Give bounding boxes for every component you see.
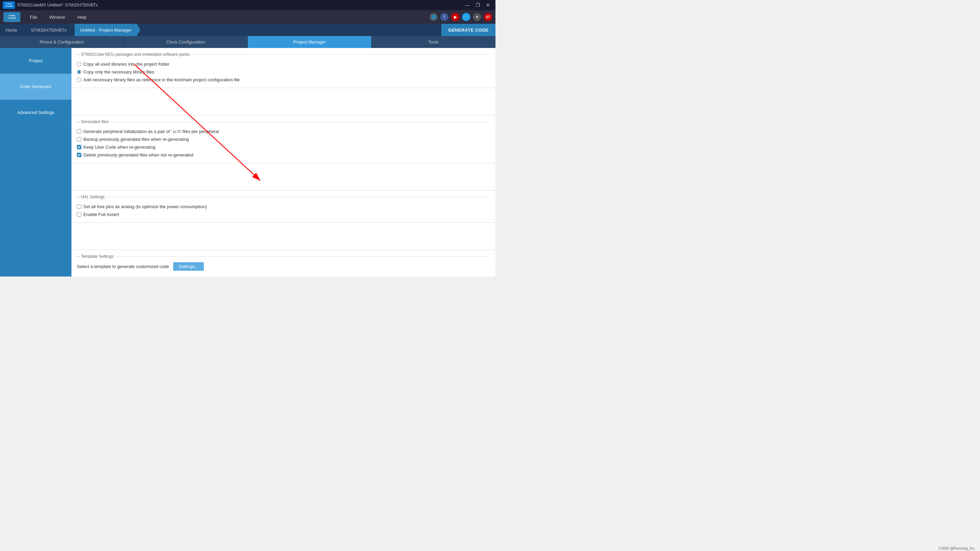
hal-option-0[interactable]: Set all free pins as analog (to optimize…	[77, 204, 490, 209]
sidebar: Project Code Generator Advanced Settings	[0, 48, 72, 276]
template-label: Select a template to generate customized…	[77, 264, 169, 269]
sidebar-item-advanced-settings[interactable]: Advanced Settings	[0, 100, 72, 125]
gen-checkbox-0[interactable]	[77, 129, 81, 134]
titlebar: STM32CubeMX STM32CubeMX Untitled*: STM32…	[0, 0, 495, 10]
titlebar-left: STM32CubeMX STM32CubeMX Untitled*: STM32…	[3, 2, 98, 9]
tab-project-manager[interactable]: Project Manager	[248, 36, 372, 48]
gen-checkbox-3[interactable]	[77, 153, 81, 157]
stm32-logo-menu: STM32CubeMX	[3, 12, 21, 22]
breadcrumb-items: Home STM32H750VBTx Untitled - Project Ma…	[0, 24, 137, 36]
generated-checkbox-group: Generate peripheral initialization as a …	[77, 127, 490, 159]
network-icon[interactable]: ✦	[473, 13, 481, 21]
spacer-1	[72, 88, 495, 115]
settings-button[interactable]: Settings...	[173, 262, 204, 271]
generate-code-button[interactable]: GENERATE CODE	[441, 24, 495, 36]
facebook-icon[interactable]: f	[440, 13, 449, 21]
mcu-radio-1[interactable]	[77, 70, 81, 74]
tab-tools[interactable]: Tools	[372, 36, 495, 48]
gen-option-3[interactable]: Delete previously generated files when n…	[77, 152, 490, 157]
gen-option-1[interactable]: Backup previously generated files when r…	[77, 137, 490, 142]
sidebar-item-project[interactable]: Project	[0, 48, 72, 74]
spacer-2	[72, 163, 495, 191]
generated-section-title: Generated files	[77, 119, 490, 124]
gen-option-0[interactable]: Generate peripheral initialization as a …	[77, 129, 490, 134]
tab-pinout[interactable]: Pinout & Configuration	[0, 36, 124, 48]
menubar-left: STM32CubeMX File Window Help	[3, 12, 89, 22]
generated-files-section: Generated files Generate peripheral init…	[72, 115, 495, 163]
breadcrumb-home[interactable]: Home	[0, 24, 23, 36]
menubar: STM32CubeMX File Window Help 🌐 f ▶ 🐦 ✦ S…	[0, 10, 495, 24]
mcu-radio-group: Copy all used libraries into the project…	[77, 60, 490, 84]
restore-button[interactable]: ❐	[473, 2, 482, 8]
template-section-title: Template Settings	[77, 254, 490, 259]
gen-checkbox-1[interactable]	[77, 137, 81, 141]
tab-clock[interactable]: Clock Configuration	[124, 36, 248, 48]
titlebar-controls: — ❐ ✕	[463, 2, 493, 8]
sidebar-item-code-generator[interactable]: Code Generator	[0, 74, 72, 100]
mcu-section-title: STM32Cube MCU packages and embedded soft…	[77, 52, 490, 57]
hal-settings-section: HAL Settings Set all free pins as analog…	[72, 191, 495, 223]
breadcrumb-bar: Home STM32H750VBTx Untitled - Project Ma…	[0, 24, 495, 36]
gen-checkbox-2[interactable]	[77, 145, 81, 149]
mcu-radio-0[interactable]	[77, 62, 81, 66]
stm32-logo: STM32CubeMX	[3, 2, 15, 9]
mcu-option-1[interactable]: Copy only the necessary library files	[77, 69, 490, 75]
window-title: STM32CubeMX Untitled*: STM32H750VBTx	[17, 3, 98, 8]
twitter-icon[interactable]: 🐦	[462, 13, 470, 21]
mcu-packages-section: STM32Cube MCU packages and embedded soft…	[72, 48, 495, 88]
menu-file[interactable]: File	[27, 13, 40, 21]
content-area: STM32Cube MCU packages and embedded soft…	[72, 48, 495, 275]
breadcrumb-mcu[interactable]: STM32H750VBTx	[25, 24, 72, 36]
hal-checkbox-1[interactable]	[77, 212, 81, 217]
hal-section-title: HAL Settings	[77, 195, 490, 199]
mcu-option-2[interactable]: Add necessary library files as reference…	[77, 77, 490, 82]
template-section: Template Settings Select a template to g…	[72, 250, 495, 275]
spacer-3	[72, 223, 495, 250]
main-layout: Project Code Generator Advanced Settings…	[0, 48, 495, 276]
gen-option-2[interactable]: Keep User Code when re-generating	[77, 144, 490, 150]
hal-option-1[interactable]: Enable Full Assert	[77, 212, 490, 217]
st-icon[interactable]: ST	[484, 13, 492, 21]
hal-checkbox-0[interactable]	[77, 205, 81, 209]
youtube-icon[interactable]: ▶	[451, 13, 460, 21]
menubar-right: 🌐 f ▶ 🐦 ✦ ST	[430, 13, 492, 21]
minimize-button[interactable]: —	[463, 2, 472, 8]
mcu-radio-2[interactable]	[77, 78, 81, 82]
template-row: Select a template to generate customized…	[77, 262, 490, 271]
content-wrapper: STM32Cube MCU packages and embedded soft…	[72, 48, 495, 276]
globe-icon[interactable]: 🌐	[430, 13, 438, 21]
menu-window[interactable]: Window	[47, 13, 68, 21]
tab-bar: Pinout & Configuration Clock Configurati…	[0, 36, 495, 48]
hal-checkbox-group: Set all free pins as analog (to optimize…	[77, 203, 490, 218]
menu-help[interactable]: Help	[75, 13, 89, 21]
close-button[interactable]: ✕	[483, 2, 493, 8]
breadcrumb-project-manager[interactable]: Untitled - Project Manager	[75, 24, 137, 36]
mcu-option-0[interactable]: Copy all used libraries into the project…	[77, 62, 490, 67]
